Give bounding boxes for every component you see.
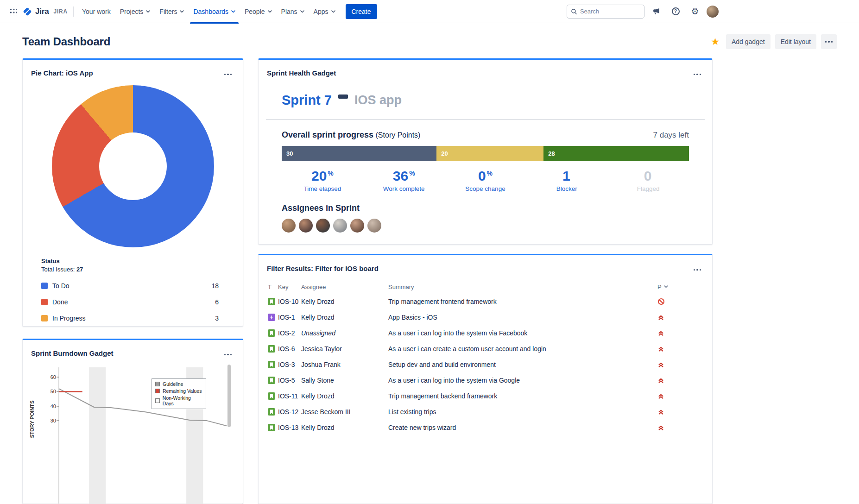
help-button[interactable]: ? [668, 4, 683, 19]
dashboard-more-button[interactable] [821, 34, 837, 49]
column-header-summary[interactable]: Summary [388, 284, 655, 290]
nav-item-dashboards[interactable]: Dashboards [189, 0, 240, 23]
gear-icon: ⚙ [691, 7, 699, 16]
issue-assignee: Sally Stone [301, 377, 388, 384]
issue-summary-link[interactable]: List existing trips [388, 408, 655, 416]
nav-item-projects[interactable]: Projects [115, 0, 155, 23]
legend-label: Done [52, 298, 68, 306]
issue-summary-link[interactable]: Trip management frontend framework [388, 298, 655, 305]
gadget-menu-button[interactable] [691, 67, 704, 79]
nav-item-filters[interactable]: Filters [155, 0, 189, 23]
table-row[interactable]: IOS-2 Unassigned As a user i can log int… [268, 325, 703, 341]
issue-priority-icon [655, 361, 703, 368]
issue-key-link[interactable]: IOS-10 [278, 298, 301, 305]
column-header-key[interactable]: Key [278, 284, 301, 290]
gadget-menu-button[interactable] [691, 262, 704, 275]
nav-item-apps[interactable]: Apps [309, 0, 340, 23]
gadget-menu-button[interactable] [221, 67, 235, 79]
sprint-stat-label: Scope change [445, 185, 526, 192]
issue-summary-link[interactable]: As a user i can log into the system via … [388, 329, 655, 337]
edit-layout-button[interactable]: Edit layout [775, 34, 816, 49]
dashboard-page: Team Dashboard ★ Add gadget Edit layout … [0, 34, 859, 504]
create-button[interactable]: Create [346, 4, 377, 19]
table-row[interactable]: IOS-11 Kelly Drozd Trip management backe… [268, 388, 703, 404]
burndown-chart-area: 60 50 40 30 STORY POINTS Guideline Remai… [26, 364, 243, 504]
nav-item-plans[interactable]: Plans [277, 0, 309, 23]
issue-assignee: Kelly Drozd [301, 314, 388, 321]
burndown-legend: Guideline Remaining Values Non-Working D… [152, 378, 206, 409]
issue-summary-link[interactable]: Create new trips wizard [388, 424, 655, 431]
assignee-avatar[interactable] [282, 219, 296, 233]
sprint-stats-row: 20% Time elapsed 36% Work complete 0% Sc… [282, 168, 689, 192]
gadget-header: Sprint Health Gadget [259, 60, 712, 83]
table-row[interactable]: IOS-3 Joshua Frank Setup dev and and bui… [268, 357, 703, 372]
nav-item-label: Your work [82, 8, 111, 15]
pie-legend-item[interactable]: Done 6 [41, 294, 219, 310]
app-switcher-button[interactable] [5, 4, 20, 19]
gadget-title: Sprint Burndown Gadget [31, 349, 114, 357]
issue-type-icon [268, 361, 278, 368]
jira-logo[interactable]: Jira [22, 6, 49, 17]
nav-right-cluster: ? ⚙ [567, 4, 719, 19]
assignee-avatar[interactable] [299, 219, 313, 233]
issue-key-link[interactable]: IOS-3 [278, 361, 301, 368]
add-gadget-button[interactable]: Add gadget [726, 34, 771, 49]
issue-summary-link[interactable]: Setup dev and and build environment [388, 361, 655, 368]
pie-legend-item[interactable]: To Do 18 [41, 277, 219, 294]
primary-nav: Your work Projects Filters Dashboards Pe… [77, 0, 340, 23]
column-header-type[interactable]: T [268, 284, 278, 290]
favorite-button[interactable]: ★ [709, 35, 721, 49]
gadget-title: Filter Results: Filter for IOS board [267, 265, 379, 272]
column-header-priority-label: P [657, 284, 662, 290]
issue-type-icon [268, 377, 278, 384]
table-row[interactable]: IOS-6 Jessica Taylor As a user i can cre… [268, 341, 703, 357]
issue-summary-link[interactable]: Trip management backend framework [388, 392, 655, 400]
user-avatar[interactable] [707, 6, 719, 18]
assignee-avatar[interactable] [367, 219, 381, 233]
total-issues-value: 27 [76, 266, 83, 273]
column-header-priority[interactable]: P [655, 284, 703, 290]
search-input[interactable] [580, 8, 640, 15]
assignee-avatar[interactable] [350, 219, 364, 233]
burndown-legend-item: Remaining Values [155, 388, 202, 394]
issue-key-link[interactable]: IOS-1 [278, 314, 301, 321]
table-row[interactable]: IOS-12 Jesse Beckom III List existing tr… [268, 404, 703, 420]
table-row[interactable]: IOS-1 Kelly Drozd App Basics - iOS [268, 309, 703, 325]
help-icon: ? [672, 7, 680, 15]
issue-key-link[interactable]: IOS-11 [278, 392, 301, 400]
nav-item-your-work[interactable]: Your work [77, 0, 115, 23]
nav-item-label: Apps [314, 8, 328, 15]
column-header-assignee[interactable]: Assignee [301, 284, 388, 290]
legend-value: 6 [215, 298, 219, 306]
table-row[interactable]: IOS-13 Kelly Drozd Create new trips wiza… [268, 420, 703, 435]
table-row[interactable]: IOS-5 Sally Stone As a user i can log in… [268, 372, 703, 388]
legend-label: In Progress [52, 315, 86, 322]
nav-item-people[interactable]: People [240, 0, 277, 23]
issue-key-link[interactable]: IOS-5 [278, 377, 301, 384]
scrollbar-thumb[interactable] [227, 365, 231, 427]
issue-priority-icon [655, 314, 703, 321]
issue-summary-link[interactable]: As a user i can log into the system via … [388, 377, 655, 384]
assignee-avatar[interactable] [333, 219, 347, 233]
issue-summary-link[interactable]: App Basics - iOS [388, 314, 655, 321]
burndown-legend-swatch [155, 382, 160, 386]
issue-key-link[interactable]: IOS-6 [278, 345, 301, 353]
issue-key-link[interactable]: IOS-2 [278, 329, 301, 337]
assignee-avatar[interactable] [316, 219, 330, 233]
nav-item-label: Filters [159, 8, 177, 15]
issue-key-link[interactable]: IOS-12 [278, 408, 301, 416]
issue-assignee: Unassigned [301, 329, 388, 337]
sprint-health-gadget: Sprint Health Gadget Sprint 7 IOS app Ov… [258, 58, 713, 245]
pie-legend-item[interactable]: In Progress 3 [41, 310, 219, 326]
table-row[interactable]: IOS-10 Kelly Drozd Trip management front… [268, 294, 703, 309]
feedback-button[interactable] [648, 4, 664, 19]
jira-logo-text: Jira [35, 7, 49, 16]
sprint-stat-label: Blocker [526, 185, 607, 192]
site-name-label: JIRA [53, 8, 68, 15]
settings-button[interactable]: ⚙ [687, 4, 703, 19]
issue-key-link[interactable]: IOS-13 [278, 424, 301, 431]
issue-assignee: Kelly Drozd [301, 392, 388, 400]
gadget-menu-button[interactable] [221, 347, 235, 359]
pie-donut-chart[interactable] [52, 85, 214, 247]
issue-summary-link[interactable]: As a user i can create a custom user acc… [388, 345, 655, 353]
